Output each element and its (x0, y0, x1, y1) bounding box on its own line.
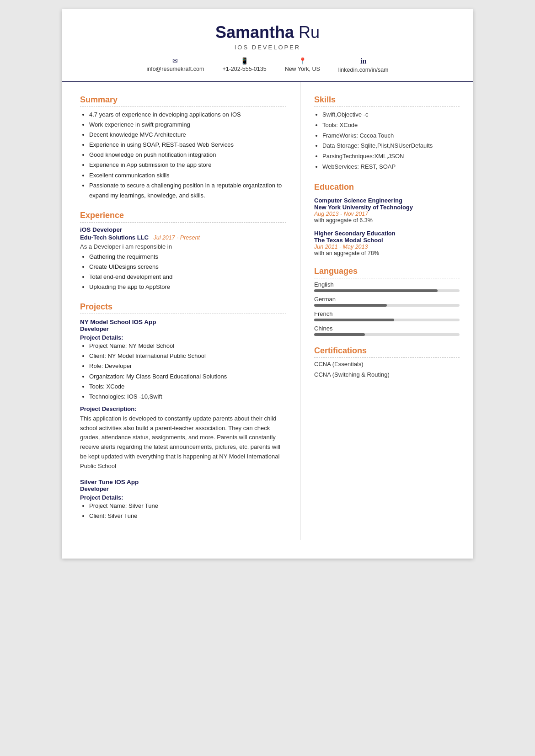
experience-section: Experience iOS Developer Edu-Tech Soluti… (80, 211, 286, 292)
skills-list: Swift,Objective -c Tools: XCode FrameWor… (314, 110, 460, 172)
lang-chines: Chines (314, 325, 460, 336)
skills-title: Skills (314, 95, 460, 107)
languages-title: Languages (314, 266, 460, 278)
lang-german: German (314, 296, 460, 307)
list-item: Project Name: Silver Tune (89, 501, 286, 511)
right-column: Skills Swift,Objective -c Tools: XCode F… (300, 82, 473, 540)
summary-section: Summary 4.7 years of experience in devel… (80, 95, 286, 201)
project1-details-label: Project Details: (80, 334, 286, 341)
skills-section: Skills Swift,Objective -c Tools: XCode F… (314, 95, 460, 172)
contact-linkedin: in linkedin.com/in/sam (338, 57, 389, 73)
projects-title: Projects (80, 302, 286, 314)
project1-desc-label: Project Description: (80, 405, 286, 412)
project2-details: Project Name: Silver Tune Client: Silver… (80, 501, 286, 521)
candidate-name: Samantha Ru (80, 23, 455, 42)
list-item: Project Name: NY Model School (89, 341, 286, 351)
list-item: Experience in using SOAP, REST-based Web… (89, 140, 286, 150)
lang-bar-fill (314, 304, 387, 307)
list-item: Work experience in swift programming (89, 120, 286, 130)
certifications-title: Certifications (314, 346, 460, 358)
list-item: Tools: XCode (89, 382, 286, 392)
list-item: Uploading the app to AppStore (89, 282, 286, 292)
resume-container: Samantha Ru IOS DEVELOPER ✉ info@resumek… (62, 9, 473, 559)
list-item: Organization: My Class Board Educational… (89, 372, 286, 382)
list-item: 4.7 years of experience in developing ap… (89, 110, 286, 120)
project1-role: Developer (80, 325, 286, 332)
experience-title: Experience (80, 211, 286, 223)
lang-bar-fill (314, 289, 438, 292)
list-item: Client: NY Model International Public Sc… (89, 351, 286, 361)
phone-icon: 📱 (241, 57, 248, 64)
candidate-title: IOS DEVELOPER (80, 44, 455, 51)
cert-item-1: CCNA (Essentials) (314, 361, 460, 367)
contact-phone: 📱 +1-202-555-0135 (222, 57, 266, 73)
linkedin-icon: in (360, 57, 366, 65)
exp-company-line: Edu-Tech Solutions LLC Jul 2017 - Presen… (80, 233, 286, 241)
languages-section: Languages English German French (314, 266, 460, 336)
list-item: Tools: XCode (322, 120, 460, 131)
projects-section: Projects NY Model School IOS App Develop… (80, 302, 286, 521)
lang-bar-bg (314, 289, 460, 292)
exp-role: iOS Developer (80, 226, 286, 233)
edu-entry-2: Higher Secondary Education The Texas Mod… (314, 230, 460, 256)
lang-bar-bg (314, 333, 460, 336)
list-item: WebServices: REST, SOAP (322, 162, 460, 172)
lang-bar-fill (314, 319, 394, 321)
list-item: FrameWorks: Cccoa Touch (322, 131, 460, 141)
project1-details: Project Name: NY Model School Client: NY… (80, 341, 286, 402)
contact-row: ✉ info@resumekraft.com 📱 +1-202-555-0135… (80, 57, 455, 73)
list-item: Passionate to secure a challenging posit… (89, 181, 286, 201)
project2-details-label: Project Details: (80, 494, 286, 501)
cert-item-2: CCNA (Switching & Routing) (314, 371, 460, 378)
summary-title: Summary (80, 95, 286, 107)
contact-location: 📍 New York, US (285, 57, 320, 73)
list-item: Good knowledge on push notification inte… (89, 150, 286, 160)
lang-french: French (314, 310, 460, 321)
lang-english: English (314, 281, 460, 292)
certifications-section: Certifications CCNA (Essentials) CCNA (S… (314, 346, 460, 378)
list-item: Role: Developer (89, 361, 286, 371)
location-icon: 📍 (299, 57, 306, 64)
lang-bar-bg (314, 319, 460, 321)
list-item: Total end-end development and (89, 272, 286, 282)
list-item: Decent knowledge MVC Architecture (89, 130, 286, 140)
email-icon: ✉ (172, 57, 178, 64)
list-item: Excellent communication skills (89, 170, 286, 181)
contact-email: ✉ info@resumekraft.com (146, 57, 204, 73)
list-item: Experience in App submission to the app … (89, 160, 286, 170)
education-title: Education (314, 182, 460, 194)
list-item: Create UIDesigns screens (89, 262, 286, 272)
edu-entry-1: Computer Science Engineering New York Un… (314, 197, 460, 224)
list-item: Swift,Objective -c (322, 110, 460, 120)
left-column: Summary 4.7 years of experience in devel… (62, 82, 300, 540)
lang-bar-bg (314, 304, 460, 307)
list-item: Technologies: IOS -10,Swift (89, 392, 286, 402)
list-item: Data Storage: Sqlite,Plist,NSUserDefault… (322, 141, 460, 151)
project2-role: Developer (80, 485, 286, 492)
list-item: Client: Silver Tune (89, 511, 286, 521)
project1-name: NY Model School IOS App (80, 319, 286, 325)
project2-name: Silver Tune IOS App (80, 479, 286, 485)
resume-header: Samantha Ru IOS DEVELOPER ✉ info@resumek… (62, 9, 473, 82)
summary-list: 4.7 years of experience in developing ap… (80, 110, 286, 201)
body-layout: Summary 4.7 years of experience in devel… (62, 82, 473, 540)
project1-desc: This application is developed to constan… (80, 414, 286, 471)
list-item: ParsingTechniques:XML,JSON (322, 151, 460, 162)
lang-bar-fill (314, 333, 365, 336)
list-item: Gathering the requirments (89, 252, 286, 262)
exp-bullets: Gathering the requirments Create UIDesig… (80, 252, 286, 292)
education-section: Education Computer Science Engineering N… (314, 182, 460, 256)
